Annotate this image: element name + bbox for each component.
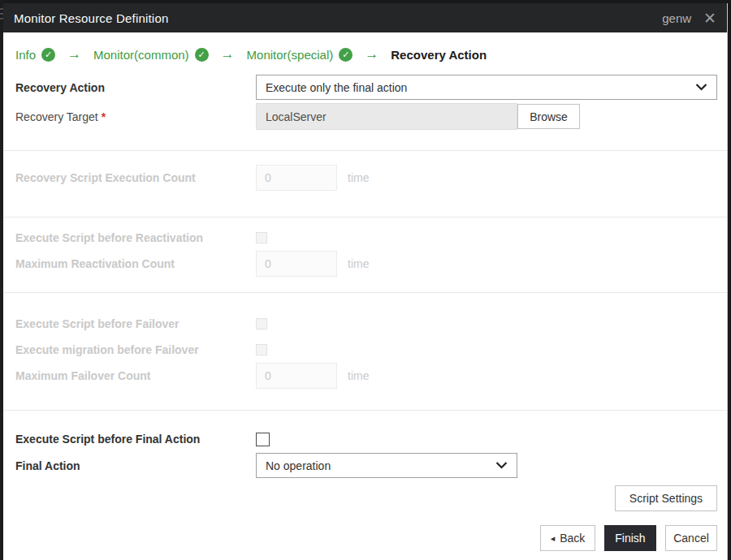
arrow-right-icon: →: [365, 46, 378, 62]
browse-button[interactable]: Browse: [517, 104, 580, 129]
close-icon[interactable]: ✕: [703, 11, 716, 26]
maximum-failover-count-unit: time: [348, 369, 369, 382]
step-info[interactable]: Info ✓: [15, 48, 55, 62]
recovery-target-label: Recovery Target*: [15, 110, 256, 123]
chevron-down-icon: [495, 462, 508, 469]
recovery-action-label: Recovery Action: [15, 81, 256, 94]
execute-script-before-reactivation-checkbox: [256, 232, 267, 243]
dialog-body: Info ✓ → Monitor(common) ✓ → Monitor(spe…: [3, 32, 727, 560]
finish-button[interactable]: Finish: [604, 525, 656, 551]
step-monitor-common[interactable]: Monitor(common) ✓: [93, 48, 209, 62]
recovery-action-value: Execute only the final action: [266, 81, 407, 94]
cancel-button[interactable]: Cancel: [665, 525, 717, 551]
monitor-resource-definition-dialog: Monitor Resource Definition genw ✕ Info …: [3, 3, 728, 560]
maximum-reactivation-count-input: [256, 251, 337, 277]
chevron-down-icon: [695, 84, 707, 91]
resource-name-label: genw: [662, 11, 691, 25]
step-info-label: Info: [15, 48, 36, 62]
wizard-breadcrumb: Info ✓ → Monitor(common) ✓ → Monitor(spe…: [15, 44, 487, 65]
recovery-target-field: LocalServer: [256, 103, 517, 130]
step-recovery-action: Recovery Action: [391, 48, 487, 62]
execute-script-before-final-action-checkbox[interactable]: [256, 433, 270, 446]
section-divider: [3, 217, 727, 218]
section-divider: [3, 292, 727, 293]
script-settings-button[interactable]: Script Settings: [615, 485, 717, 511]
recovery-script-execution-count-input: [256, 165, 337, 191]
recovery-target-value: LocalServer: [266, 110, 327, 123]
final-action-label: Final Action: [15, 459, 256, 472]
final-action-select[interactable]: No operation: [256, 453, 517, 478]
app-backdrop: Monitor Resource Definition genw ✕ Info …: [0, 0, 731, 560]
section-divider: [3, 150, 727, 151]
maximum-failover-count-input: [256, 363, 337, 389]
step-recovery-action-label: Recovery Action: [391, 48, 487, 62]
dialog-titlebar: Monitor Resource Definition genw ✕: [3, 3, 727, 32]
check-circle-icon: ✓: [339, 48, 353, 62]
execute-script-before-failover-checkbox: [256, 318, 267, 330]
check-circle-icon: ✓: [41, 48, 55, 62]
execute-script-before-failover-label: Execute Script before Failover: [15, 317, 256, 330]
step-monitor-special-label: Monitor(special): [247, 48, 334, 62]
maximum-failover-count-label: Maximum Failover Count: [15, 369, 256, 382]
final-action-value: No operation: [266, 459, 331, 472]
recovery-script-execution-count-unit: time: [348, 171, 369, 184]
check-circle-icon: ✓: [195, 48, 209, 62]
dialog-title: Monitor Resource Definition: [14, 11, 662, 25]
back-button[interactable]: ◂ Back: [540, 525, 595, 551]
required-asterisk: *: [102, 110, 106, 123]
execute-migration-before-failover-label: Execute migration before Failover: [15, 343, 256, 356]
recovery-script-execution-count-label: Recovery Script Execution Count: [15, 171, 256, 184]
step-monitor-common-label: Monitor(common): [93, 48, 189, 62]
execute-script-before-final-action-label: Execute Script before Final Action: [15, 433, 256, 446]
maximum-reactivation-count-unit: time: [348, 257, 369, 270]
maximum-reactivation-count-label: Maximum Reactivation Count: [15, 257, 256, 270]
execute-script-before-reactivation-label: Execute Script before Reactivation: [15, 231, 256, 244]
step-monitor-special[interactable]: Monitor(special) ✓: [247, 48, 353, 62]
arrow-left-icon: ◂: [551, 533, 556, 544]
recovery-action-select[interactable]: Execute only the final action: [256, 75, 717, 100]
section-divider: [3, 410, 727, 411]
execute-migration-before-failover-checkbox: [256, 344, 267, 355]
arrow-right-icon: →: [67, 46, 81, 62]
arrow-right-icon: →: [221, 46, 235, 62]
